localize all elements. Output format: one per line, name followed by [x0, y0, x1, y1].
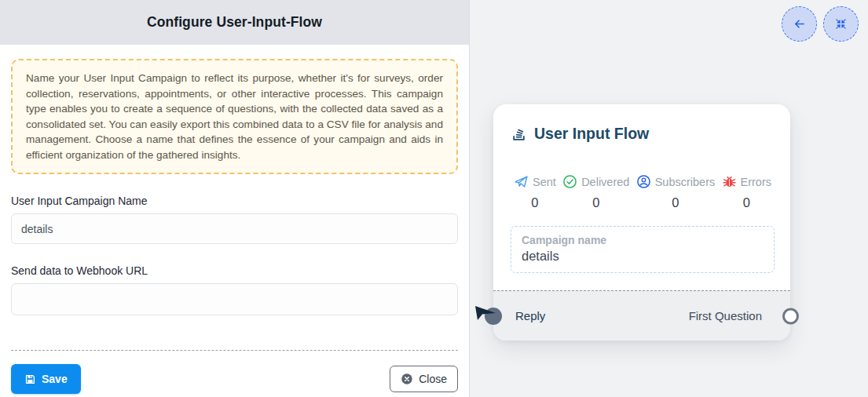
fit-view-button[interactable] — [823, 6, 859, 42]
campaign-name-input[interactable] — [11, 213, 458, 244]
bug-icon — [722, 174, 737, 189]
close-button[interactable]: Close — [390, 366, 458, 392]
compress-icon — [835, 18, 847, 30]
paper-plane-icon — [514, 174, 529, 189]
stat-delivered-label: Delivered — [581, 176, 629, 188]
save-button-label: Save — [42, 373, 68, 385]
webhook-url-input[interactable] — [11, 283, 458, 315]
page-title: Configure User-Input-Flow — [147, 14, 322, 31]
stat-errors-value: 0 — [743, 195, 750, 210]
stat-subscribers: Subscribers 0 — [636, 174, 716, 210]
form-actions: Save Close — [11, 364, 458, 394]
stat-subscribers-label: Subscribers — [655, 176, 716, 188]
stat-sent-label: Sent — [533, 176, 556, 188]
stat-delivered: Delivered 0 — [562, 174, 629, 210]
canvas-controls — [782, 6, 859, 42]
stat-subscribers-value: 0 — [672, 195, 679, 210]
stat-delivered-value: 0 — [592, 195, 599, 210]
campaign-description-alert: Name your User Input Campaign to reflect… — [11, 59, 458, 174]
first-question-label: First Question — [689, 309, 762, 322]
back-button[interactable] — [782, 6, 817, 42]
campaign-name-label: User Input Campaign Name — [11, 195, 458, 207]
node-title: User Input Flow — [534, 125, 649, 143]
stat-errors-label: Errors — [741, 176, 771, 188]
first-question-connection-handle[interactable] — [782, 308, 799, 324]
campaign-name-display: Campaign name details — [511, 226, 775, 273]
user-circle-icon — [636, 174, 651, 189]
flow-canvas[interactable]: User Input Flow Sent 0 — [469, 0, 868, 397]
node-footer: Reply First Question — [493, 290, 790, 341]
arrow-left-icon — [792, 16, 807, 31]
stat-errors: Errors 0 — [722, 174, 771, 210]
node-title-row: User Input Flow — [511, 125, 775, 143]
campaign-name-display-label: Campaign name — [522, 234, 764, 246]
webhook-url-label: Send data to Webhook URL — [11, 264, 458, 277]
user-input-flow-node[interactable]: User Input Flow Sent 0 — [493, 104, 790, 341]
configure-panel: Configure User-Input-Flow Name your User… — [0, 0, 469, 397]
stat-sent: Sent 0 — [514, 174, 556, 210]
close-button-label: Close — [419, 373, 447, 385]
stat-sent-value: 0 — [531, 195, 538, 210]
check-circle-icon — [562, 174, 577, 189]
node-stats: Sent 0 Delivered 0 — [511, 174, 775, 210]
node-body: User Input Flow Sent 0 — [493, 104, 790, 273]
panel-body: Name your User Input Campaign to reflect… — [0, 45, 469, 397]
save-button[interactable]: Save — [11, 364, 81, 394]
stack-icon — [511, 126, 527, 142]
reply-label: Reply — [515, 309, 545, 322]
reply-connection-handle[interactable] — [485, 308, 502, 325]
floppy-disk-icon — [24, 373, 36, 385]
footer-divider — [11, 350, 458, 351]
panel-header: Configure User-Input-Flow — [0, 0, 469, 45]
campaign-name-display-value: details — [522, 249, 764, 264]
close-circle-icon — [401, 373, 413, 385]
